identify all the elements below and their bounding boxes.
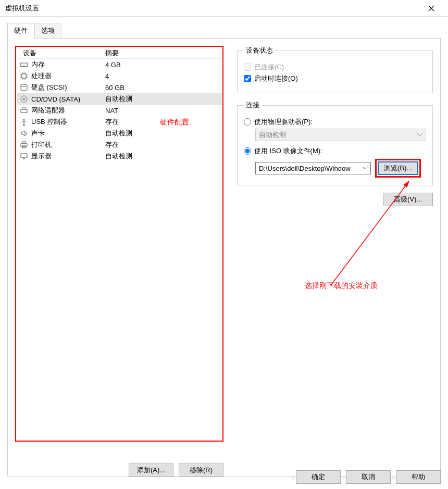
svg-point-6 xyxy=(23,124,25,126)
remove-button[interactable]: 移除(R) xyxy=(179,463,223,477)
advanced-button[interactable]: 高级(V)... xyxy=(383,193,433,206)
hardware-panel: 设备 摘要 内存4 GB处理器4硬盘 (SCSI)60 GBCD/DVD (SA… xyxy=(15,46,223,452)
device-name: 显示器 xyxy=(31,152,52,161)
svg-point-3 xyxy=(21,96,27,102)
iso-path-value: D:\Users\dell\Desktop\Window xyxy=(259,165,351,172)
disk-icon xyxy=(20,83,28,92)
device-list: 设备 摘要 内存4 GB处理器4硬盘 (SCSI)60 GBCD/DVD (SA… xyxy=(15,46,223,442)
svg-rect-10 xyxy=(21,154,27,158)
device-row[interactable]: 打印机存在 xyxy=(17,139,222,151)
connected-checkbox-row[interactable]: 已连接(C) xyxy=(244,62,426,72)
connect-power-on-row[interactable]: 启动时连接(O) xyxy=(244,74,426,83)
device-summary: 4 GB xyxy=(105,61,222,69)
use-physical-label: 使用物理驱动器(P): xyxy=(254,117,313,127)
add-button[interactable]: 添加(A)... xyxy=(129,463,173,477)
browse-highlight: 浏览(B)... xyxy=(375,159,421,178)
content-area: 设备 摘要 内存4 GB处理器4硬盘 (SCSI)60 GBCD/DVD (SA… xyxy=(7,38,441,477)
connected-label: 已连接(C) xyxy=(254,62,284,72)
svg-point-4 xyxy=(23,98,25,100)
col-device: 设备 xyxy=(17,48,105,58)
svg-point-2 xyxy=(21,84,27,86)
sound-icon xyxy=(20,129,28,137)
device-summary: NAT xyxy=(105,107,222,115)
use-physical-radio[interactable] xyxy=(244,118,251,126)
device-name: CD/DVD (SATA) xyxy=(31,95,80,103)
device-summary: 4 xyxy=(105,72,222,80)
use-physical-row[interactable]: 使用物理驱动器(P): xyxy=(244,117,426,127)
svg-rect-1 xyxy=(22,74,26,78)
use-iso-radio[interactable] xyxy=(244,147,251,155)
device-list-header: 设备 摘要 xyxy=(17,47,222,59)
device-row[interactable]: 显示器自动检测 xyxy=(17,151,222,162)
device-name: 硬盘 (SCSI) xyxy=(31,83,67,92)
svg-rect-5 xyxy=(21,109,27,112)
svg-rect-8 xyxy=(22,142,26,144)
annotation-select-media: 选择刚下载的安装介质 xyxy=(305,281,378,291)
connected-checkbox xyxy=(244,64,251,71)
usb-icon xyxy=(20,118,28,126)
use-iso-label: 使用 ISO 映像文件(M): xyxy=(254,146,322,156)
device-row[interactable]: CD/DVD (SATA)自动检测 xyxy=(17,93,222,105)
annotation-hardware-config: 硬件配置 xyxy=(160,118,189,127)
device-name: 声卡 xyxy=(31,129,45,138)
help-button[interactable]: 帮助 xyxy=(396,470,441,484)
device-row[interactable]: 内存4 GB xyxy=(17,59,222,70)
connect-power-on-label: 启动时连接(O) xyxy=(254,74,298,83)
close-button[interactable] xyxy=(420,1,443,16)
device-summary: 存在 xyxy=(105,140,222,149)
device-name: 网络适配器 xyxy=(31,106,65,115)
device-status-legend: 设备状态 xyxy=(244,46,275,55)
display-icon xyxy=(20,152,28,160)
device-summary: 自动检测 xyxy=(105,129,222,138)
window-title: 虚拟机设置 xyxy=(5,4,420,13)
connect-power-on-checkbox[interactable] xyxy=(244,75,251,82)
physical-drive-select: 自动检测 xyxy=(255,129,426,141)
device-status-group: 设备状态 已连接(C) 启动时连接(O) xyxy=(237,46,433,93)
tab-hardware[interactable]: 硬件 xyxy=(7,23,34,39)
close-icon xyxy=(428,5,434,11)
net-icon xyxy=(20,106,28,115)
memory-icon xyxy=(20,60,28,69)
ok-button[interactable]: 确定 xyxy=(296,470,341,484)
settings-panel: 设备状态 已连接(C) 启动时连接(O) 连接 使用物理驱动器(P): xyxy=(237,46,433,452)
tab-strip: 硬件 选项 xyxy=(7,23,448,39)
svg-rect-0 xyxy=(20,63,28,66)
device-row[interactable]: 处理器4 xyxy=(17,70,222,82)
iso-path-dropdown[interactable] xyxy=(361,164,369,173)
device-row[interactable]: USB 控制器存在 xyxy=(17,116,222,128)
device-summary: 自动检测 xyxy=(105,152,222,161)
chevron-down-icon xyxy=(363,167,368,170)
iso-path-combo[interactable]: D:\Users\dell\Desktop\Window xyxy=(255,162,371,174)
device-row[interactable]: 网络适配器NAT xyxy=(17,105,222,116)
cancel-button[interactable]: 取消 xyxy=(346,470,391,484)
chevron-down-icon xyxy=(417,133,422,136)
device-row[interactable]: 声卡自动检测 xyxy=(17,128,222,139)
col-summary: 摘要 xyxy=(105,48,222,58)
dialog-buttons: 确定 取消 帮助 xyxy=(296,470,441,484)
device-name: 打印机 xyxy=(31,140,52,149)
device-name: 内存 xyxy=(31,60,45,69)
connection-legend: 连接 xyxy=(244,101,262,110)
device-summary: 60 GB xyxy=(105,84,222,92)
printer-icon xyxy=(20,141,28,149)
titlebar: 虚拟机设置 xyxy=(0,0,448,17)
device-summary: 自动检测 xyxy=(105,94,222,104)
cpu-icon xyxy=(20,72,28,80)
disc-icon xyxy=(20,95,28,103)
browse-button[interactable]: 浏览(B)... xyxy=(378,161,418,175)
use-iso-row[interactable]: 使用 ISO 映像文件(M): xyxy=(244,146,426,156)
device-name: 处理器 xyxy=(31,71,52,81)
physical-drive-value: 自动检测 xyxy=(259,130,286,140)
device-name: USB 控制器 xyxy=(31,117,67,127)
device-row[interactable]: 硬盘 (SCSI)60 GB xyxy=(17,82,222,93)
connection-group: 连接 使用物理驱动器(P): 自动检测 使用 ISO 映像文件(M): xyxy=(237,101,433,185)
tab-options[interactable]: 选项 xyxy=(34,23,61,39)
